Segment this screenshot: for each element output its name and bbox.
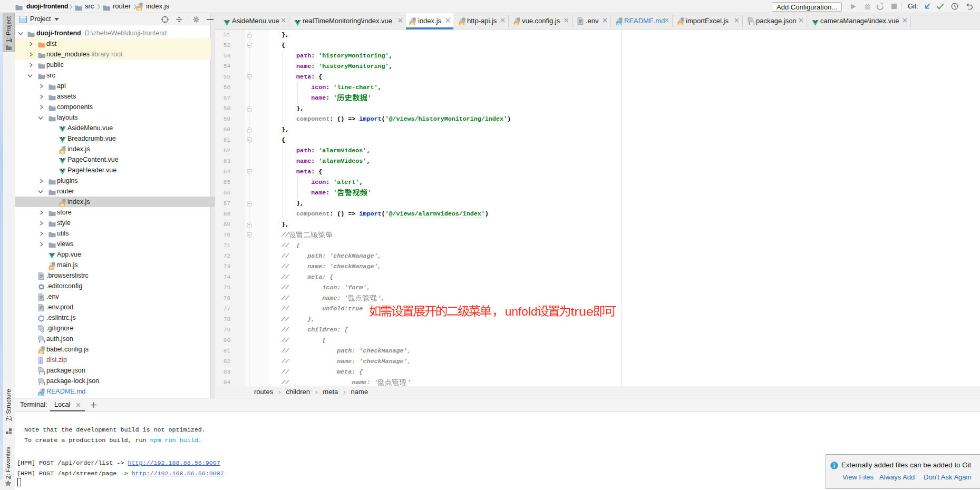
svg-text:JS: JS (60, 203, 64, 207)
svg-text:JS: JS (460, 22, 464, 25)
svg-text:JS: JS (137, 7, 141, 11)
svg-text:JS: JS (410, 22, 414, 25)
svg-text:JS: JS (39, 350, 43, 354)
svg-text:MD: MD (38, 393, 44, 396)
svg-text:true: true (571, 305, 594, 318)
svg-text:{·}: {·} (748, 21, 754, 25)
svg-text:JS: JS (515, 22, 519, 25)
svg-text:{·}: {·} (38, 381, 45, 385)
svg-text:{·}: {·} (38, 371, 45, 375)
svg-text:{·}: {·} (38, 339, 45, 343)
svg-text:JS: JS (60, 150, 64, 154)
svg-text:MD: MD (616, 22, 622, 25)
svg-text:JS: JS (50, 266, 54, 270)
svg-text:unfold: unfold (505, 305, 538, 318)
svg-text:JS: JS (678, 22, 683, 25)
